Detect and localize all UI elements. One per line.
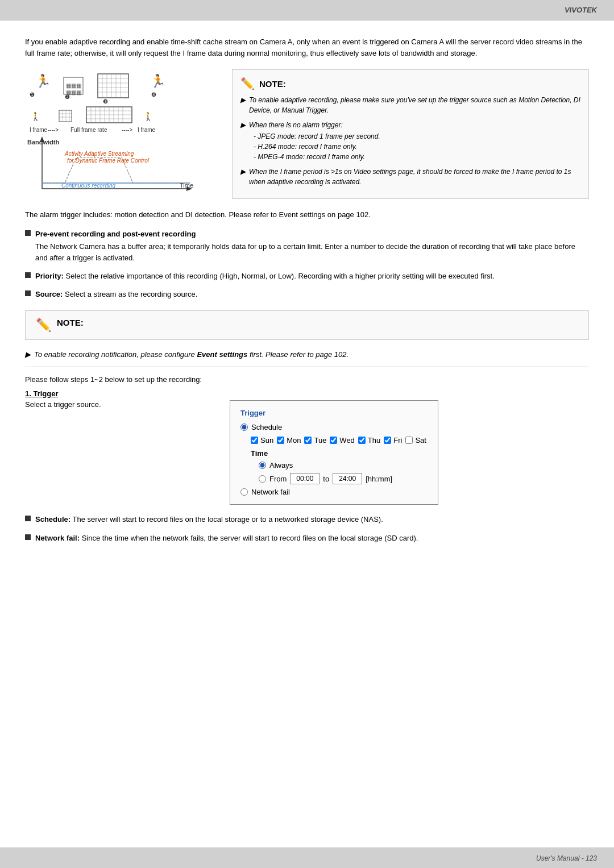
header-bar: VIVOTEK — [0, 0, 614, 20]
sat-label: Sat — [415, 436, 426, 445]
bullet-priority: Priority: Select the relative importance… — [25, 271, 589, 282]
svg-text:I frame: I frame — [30, 127, 48, 133]
step1-subtitle: Select a trigger source. — [25, 400, 127, 409]
thu-label: Thu — [368, 436, 380, 445]
svg-text:❶: ❶ — [30, 92, 35, 98]
always-radio[interactable] — [259, 462, 266, 469]
bullet-network-fail: Network fail: Since the time when the ne… — [25, 533, 589, 544]
bullet-icon-3 — [25, 290, 31, 296]
network-fail-label: Network fail — [251, 488, 290, 496]
brand-label: VIVOTEK — [565, 6, 597, 14]
fromto-radio-row[interactable]: From to [hh:mm] — [259, 473, 428, 484]
to-time-input[interactable] — [333, 473, 362, 484]
figure1-icon: 🏃 — [35, 73, 51, 89]
divider-1 — [25, 367, 589, 367]
always-radio-row[interactable]: Always — [259, 461, 428, 470]
sat-checkbox[interactable] — [405, 437, 413, 444]
figure4-icon: 🏃 — [150, 73, 166, 89]
note-title-2: NOTE: — [57, 318, 578, 327]
to-label: to — [323, 475, 329, 483]
bullet-icon-2 — [25, 272, 31, 278]
fri-checkbox[interactable] — [384, 437, 391, 444]
adaptive-streaming-diagram: 🏃 ❶ ▦▦▦ ▦▦▦ ❷ — [25, 69, 207, 194]
note-title-1: NOTE: — [259, 79, 286, 89]
bullet-body-1: The Network Camera has a buffer area; it… — [35, 242, 575, 262]
trigger-panel-title: Trigger — [240, 409, 428, 417]
steps-intro: Please follow steps 1~2 below to set up … — [25, 375, 589, 384]
network-fail-row[interactable]: Network fail — [240, 488, 428, 496]
thu-checkbox[interactable] — [358, 437, 366, 444]
intro-paragraph: If you enable adaptive recording and ena… — [25, 36, 589, 59]
trigger-panel: Trigger Schedule Sun Mon Tue — [230, 400, 438, 505]
schedule-radio[interactable] — [240, 423, 248, 431]
svg-text:❸: ❸ — [103, 98, 108, 105]
note-item-1: ▶ To enable adaptive recording, please m… — [240, 95, 580, 115]
time-section-label: Time — [251, 449, 428, 458]
svg-text:---->: ----> — [48, 127, 59, 133]
always-label: Always — [269, 461, 293, 470]
step1-section: 1. Trigger Select a trigger source. Trig… — [25, 389, 589, 514]
from-time-input[interactable] — [290, 473, 320, 484]
tue-label: Tue — [314, 436, 326, 445]
footer-bar: User's Manual - 123 — [0, 848, 614, 868]
note-event-settings-item: ▶ To enable recording notification, plea… — [25, 350, 589, 359]
svg-text:🚶: 🚶 — [143, 112, 154, 122]
page: VIVOTEK If you enable adaptive recording… — [0, 0, 614, 868]
bullet-icon-netfail — [25, 534, 31, 540]
bullet-icon-1 — [25, 230, 31, 236]
svg-text:🚶: 🚶 — [31, 112, 41, 122]
from-radio[interactable] — [259, 475, 266, 483]
pencil-icon-2: ✏️ — [36, 318, 51, 333]
bullet-pre-event: Pre-event recording and post-event recor… — [25, 229, 589, 264]
svg-text:for Dynamic Frame Rate Control: for Dynamic Frame Rate Control — [67, 157, 150, 164]
time-section: Time Always From to — [251, 449, 428, 484]
note-title-row: ✏️ NOTE: — [240, 77, 580, 90]
svg-rect-18 — [59, 110, 72, 122]
note-item-2: ▶ When there is no alarm trigger: JPEG m… — [240, 120, 580, 162]
note-item-3: ▶ When the I frame period is >1s on Vide… — [240, 167, 580, 187]
schedule-radio-row[interactable]: Schedule — [240, 423, 428, 431]
fri-label: Fri — [393, 436, 402, 445]
wed-label: Wed — [339, 436, 355, 445]
page-number: User's Manual - 123 — [536, 854, 597, 862]
tue-checkbox[interactable] — [304, 437, 312, 444]
days-checkbox-row: Sun Mon Tue Wed Thu Fri Sat — [251, 436, 428, 445]
note-standalone-2: ✏️ NOTE: — [25, 310, 589, 340]
bullet-schedule: Schedule: The server will start to recor… — [25, 514, 589, 525]
step1-title: 1. Trigger — [25, 389, 589, 398]
sun-checkbox[interactable] — [251, 437, 258, 444]
mon-label: Mon — [287, 436, 301, 445]
bullet-icon-schedule — [25, 516, 31, 521]
svg-text:Time: Time — [180, 182, 193, 189]
svg-text:Full frame rate: Full frame rate — [70, 127, 107, 133]
bullet-source: Source: Select a stream as the recording… — [25, 289, 589, 300]
svg-text:❷: ❷ — [65, 94, 70, 100]
svg-text:❹: ❹ — [151, 92, 156, 98]
main-content: If you enable adaptive recording and ena… — [0, 20, 614, 585]
note-box-1: ✏️ NOTE: ▶ To enable adaptive recording,… — [232, 69, 589, 199]
bullet-title-1: Pre-event recording and post-event recor… — [35, 229, 589, 240]
two-col-section: 🏃 ❶ ▦▦▦ ▦▦▦ ❷ — [25, 69, 589, 199]
svg-text:---->: ----> — [122, 127, 132, 133]
svg-text:▦▦▦: ▦▦▦ — [66, 82, 81, 89]
diagram-column: 🏃 ❶ ▦▦▦ ▦▦▦ ❷ — [25, 69, 218, 199]
schedule-label: Schedule — [251, 423, 282, 431]
hhmm-label: [hh:mm] — [366, 475, 392, 483]
sun-label: Sun — [260, 436, 273, 445]
network-fail-radio[interactable] — [240, 488, 248, 496]
mon-checkbox[interactable] — [277, 437, 284, 444]
svg-text:Activity Adaptive Streaming: Activity Adaptive Streaming — [64, 151, 134, 157]
svg-text:I frame: I frame — [138, 127, 156, 133]
wed-checkbox[interactable] — [330, 437, 337, 444]
svg-text:Continuous recording: Continuous recording — [61, 182, 115, 189]
pencil-icon: ✏️ — [240, 77, 255, 90]
from-label: From — [269, 475, 287, 483]
alarm-text: The alarm trigger includes: motion detec… — [25, 209, 589, 221]
